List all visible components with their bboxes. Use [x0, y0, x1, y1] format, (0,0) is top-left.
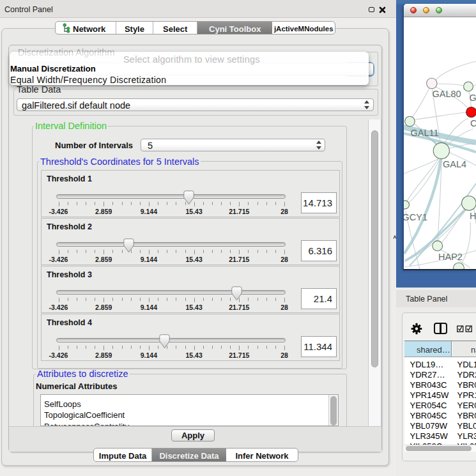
svg-text:H: H [470, 211, 476, 221]
svg-text:GA: GA [470, 93, 476, 103]
svg-text:HAP2: HAP2 [438, 252, 463, 262]
svg-text:GCY1: GCY1 [404, 212, 427, 222]
svg-text:GAL11: GAL11 [411, 128, 439, 138]
svg-text:GAL80: GAL80 [433, 89, 461, 99]
svg-text:GAL4: GAL4 [443, 159, 466, 169]
svg-text:CY: CY [470, 118, 476, 128]
